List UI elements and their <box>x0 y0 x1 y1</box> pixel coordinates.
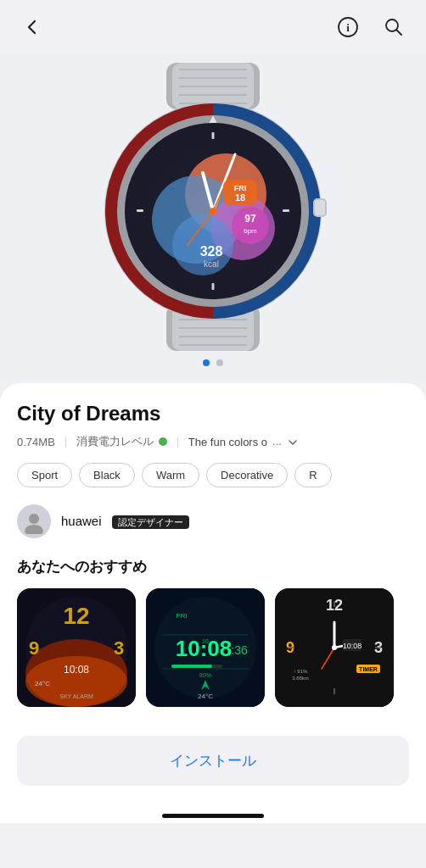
home-bar <box>162 814 264 818</box>
tag-decorative[interactable]: Decorative <box>206 463 288 487</box>
header-actions: i <box>333 12 409 42</box>
home-indicator-area <box>0 807 426 823</box>
svg-text:bpm: bpm <box>244 227 257 235</box>
meta-row: 0.74MB ｜ 消費電力レベル ｜ The fun colors o ... <box>17 434 409 449</box>
pagination-dots <box>203 359 223 366</box>
app-title: City of Dreams <box>17 402 409 426</box>
svg-rect-32 <box>283 209 289 212</box>
tag-black[interactable]: Black <box>79 463 135 487</box>
recommendations-list: 12 9 3 10:08 24°C SKY ALARM FRI <box>17 588 409 707</box>
svg-text:SKY ALARM: SKY ALARM <box>59 693 93 699</box>
watch-display: FRI 18 97 bpm 328 kcal <box>77 63 349 351</box>
svg-text:12: 12 <box>63 603 89 629</box>
rec-item-2[interactable]: FRI 10 10:08 :36 80% 24°C <box>146 588 265 707</box>
svg-text::36: :36 <box>231 643 248 657</box>
svg-text:10:08: 10:08 <box>64 664 89 676</box>
svg-text:9: 9 <box>29 637 39 659</box>
svg-rect-67 <box>171 665 212 668</box>
power-label: 消費電力レベル <box>76 434 154 449</box>
svg-text:10:08: 10:08 <box>343 642 362 650</box>
tag-warm[interactable]: Warm <box>142 463 199 487</box>
app-size: 0.74MB <box>17 436 55 448</box>
app-description: The fun colors o <box>188 436 267 448</box>
author-info: huawei 認定デザイナー <box>61 514 189 529</box>
tags-row: Sport Black Warm Decorative R <box>17 463 409 487</box>
svg-text:↑ 91%: ↑ 91% <box>294 669 308 674</box>
svg-point-37 <box>210 208 216 214</box>
svg-text:18: 18 <box>235 192 245 203</box>
tag-sport[interactable]: Sport <box>17 463 72 487</box>
author-row: huawei 認定デザイナー <box>17 504 409 538</box>
svg-text:i: i <box>346 21 350 34</box>
info-button[interactable]: i <box>333 12 363 42</box>
content-card: City of Dreams 0.74MB ｜ 消費電力レベル ｜ The fu… <box>0 383 426 807</box>
install-area: インストール <box>17 727 409 803</box>
svg-text:FRI: FRI <box>234 184 247 192</box>
meta-divider-2: ｜ <box>172 434 183 449</box>
svg-text:80%: 80% <box>199 672 211 678</box>
svg-text:328: 328 <box>200 244 223 259</box>
avatar <box>17 504 51 538</box>
svg-rect-30 <box>212 283 215 290</box>
meta-divider-1: ｜ <box>60 434 71 449</box>
svg-text:3: 3 <box>114 637 124 659</box>
svg-point-83 <box>332 645 337 650</box>
svg-text:24°C: 24°C <box>198 693 213 700</box>
svg-point-47 <box>25 525 43 534</box>
svg-point-46 <box>29 514 39 524</box>
svg-text:3.68km: 3.68km <box>292 676 309 681</box>
svg-rect-29 <box>212 132 215 139</box>
header: i <box>0 0 426 54</box>
rec-item-3[interactable]: 12 9 3 10:08 <box>275 588 394 707</box>
svg-text:10:08: 10:08 <box>176 636 233 661</box>
search-button[interactable] <box>378 12 409 42</box>
more-button[interactable]: ... <box>272 435 298 448</box>
svg-rect-21 <box>315 200 325 215</box>
svg-text:24°C: 24°C <box>35 680 50 687</box>
dot-1 <box>203 359 210 366</box>
power-level-dot <box>159 437 167 446</box>
svg-text:FRI: FRI <box>177 612 188 620</box>
dot-2 <box>216 359 223 366</box>
watch-image-area: FRI 18 97 bpm 328 kcal <box>0 54 426 383</box>
tag-extra[interactable]: R <box>294 463 331 487</box>
svg-text:kcal: kcal <box>204 259 219 269</box>
back-button[interactable] <box>17 12 48 42</box>
svg-text:TIMER: TIMER <box>359 666 378 672</box>
author-name: huawei <box>61 514 102 528</box>
recommendations-title: あなたへのおすすめ <box>17 557 409 576</box>
svg-text:97: 97 <box>244 213 256 225</box>
svg-rect-31 <box>137 209 143 212</box>
install-button[interactable]: インストール <box>17 736 409 786</box>
rec-item-1[interactable]: 12 9 3 10:08 24°C SKY ALARM <box>17 588 136 707</box>
author-badge: 認定デザイナー <box>112 515 189 529</box>
